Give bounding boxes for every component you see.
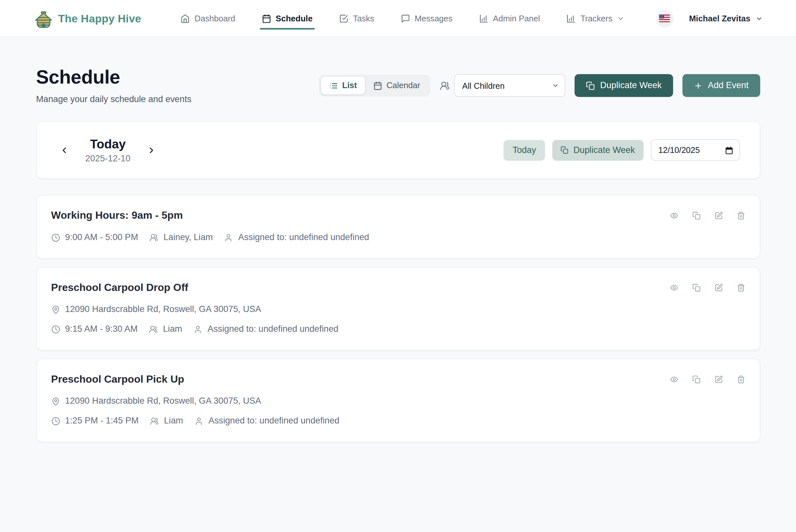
event-card: Preschool Carpool Drop Off 12090 Hardscr… (36, 267, 760, 350)
duplicate-week-button[interactable]: Duplicate Week (575, 74, 673, 97)
user-menu[interactable]: Michael Zevitas (689, 14, 763, 23)
event-details-row: 1:25 PM - 1:45 PM Liam Assigned to: unde… (51, 416, 745, 426)
chevron-left-icon (59, 146, 69, 155)
event-location-text: 12090 Hardscrabble Rd, Roswell, GA 30075… (65, 396, 261, 406)
event-assigned-text: Assigned to: undefined undefined (208, 416, 339, 426)
brand-logo[interactable]: The Happy Hive (33, 8, 141, 29)
event-assigned: Assigned to: undefined undefined (193, 324, 338, 334)
date-input[interactable]: 12/10/2025 (650, 139, 740, 161)
child-filter-group: All Children (440, 74, 565, 97)
event-time: 9:15 AM - 9:30 AM (51, 324, 138, 334)
copy-icon (586, 81, 595, 90)
event-details-row: 9:15 AM - 9:30 AM Liam Assigned to: unde… (51, 324, 745, 334)
beehive-icon (33, 8, 54, 29)
language-flag-button[interactable] (656, 10, 674, 27)
main-content: Schedule Manage your daily schedule and … (36, 37, 760, 463)
user-name: Michael Zevitas (689, 14, 750, 23)
map-pin-icon (51, 397, 60, 406)
event-actions (669, 283, 745, 291)
calendar-icon (262, 14, 271, 23)
event-children-text: Liam (163, 324, 182, 334)
view-event-button[interactable] (669, 211, 678, 220)
event-assigned-text: Assigned to: undefined undefined (207, 324, 338, 334)
event-title: Preschool Carpool Drop Off (51, 282, 188, 293)
edit-event-button[interactable] (714, 375, 723, 384)
eye-icon (669, 283, 678, 291)
duplicate-week-secondary-label: Duplicate Week (573, 145, 635, 155)
list-view-button[interactable]: List (321, 77, 365, 94)
nav-label: Messages (415, 14, 452, 23)
duplicate-week-label: Duplicate Week (600, 80, 662, 91)
view-event-button[interactable] (669, 375, 678, 384)
event-children-text: Lainey, Liam (163, 232, 213, 243)
nav-item-schedule[interactable]: Schedule (261, 11, 314, 26)
next-day-button[interactable] (144, 142, 159, 158)
user-icon (193, 325, 202, 334)
view-event-button[interactable] (669, 283, 678, 291)
nav-item-dashboard[interactable]: Dashboard (179, 11, 236, 26)
event-children-text: Liam (164, 416, 183, 426)
users-icon (440, 81, 450, 90)
trash-icon (737, 211, 745, 220)
event-children: Liam (150, 416, 183, 426)
edit-icon (714, 211, 723, 220)
child-filter-select[interactable]: All Children (454, 74, 565, 97)
calendar-view-button[interactable]: Calendar (365, 77, 429, 94)
calendar-view-label: Calendar (387, 81, 420, 90)
nav-item-messages[interactable]: Messages (400, 11, 453, 26)
map-pin-icon (51, 305, 60, 314)
previous-day-button[interactable] (56, 142, 72, 158)
event-location-row: 12090 Hardscrabble Rd, Roswell, GA 30075… (51, 304, 745, 315)
chevron-down-icon (617, 15, 624, 22)
page-subtitle: Manage your daily schedule and events (36, 94, 191, 104)
main-nav: Dashboard Schedule Tasks Messages Admin … (179, 11, 625, 26)
event-location: 12090 Hardscrabble Rd, Roswell, GA 30075… (51, 396, 261, 406)
event-location-row: 12090 Hardscrabble Rd, Roswell, GA 30075… (51, 396, 745, 406)
plus-icon (694, 81, 703, 90)
delete-event-button[interactable] (737, 211, 745, 220)
add-event-button[interactable]: Add Event (683, 74, 760, 97)
event-card: Preschool Carpool Pick Up 12090 Hardscra… (36, 359, 760, 442)
nav-item-tasks[interactable]: Tasks (338, 11, 375, 26)
date-value: 2025-12-10 (85, 153, 130, 164)
brand-name: The Happy Hive (58, 12, 141, 25)
current-date-block: Today 2025-12-10 (85, 137, 130, 164)
edit-icon (714, 283, 723, 291)
user-icon (194, 417, 203, 425)
copy-icon (561, 146, 568, 154)
nav-item-admin-panel[interactable]: Admin Panel (478, 11, 541, 26)
today-button-label: Today (512, 145, 536, 155)
edit-event-button[interactable] (714, 283, 723, 291)
duplicate-event-button[interactable] (692, 211, 700, 220)
message-square-icon (401, 14, 410, 23)
duplicate-event-button[interactable] (692, 375, 700, 384)
trash-icon (737, 283, 745, 291)
duplicate-week-secondary-button[interactable]: Duplicate Week (552, 140, 643, 160)
view-toggle: List Calendar (319, 75, 431, 96)
edit-event-button[interactable] (714, 211, 723, 220)
check-square-icon (339, 14, 348, 23)
date-input-value: 12/10/2025 (658, 146, 700, 155)
clock-icon (51, 233, 60, 242)
event-assigned: Assigned to: undefined undefined (224, 232, 369, 243)
delete-event-button[interactable] (737, 375, 745, 384)
nav-item-trackers[interactable]: Trackers (566, 11, 626, 26)
event-children: Lainey, Liam (149, 232, 213, 243)
delete-event-button[interactable] (737, 283, 745, 291)
event-time-text: 1:25 PM - 1:45 PM (65, 416, 139, 426)
home-icon (181, 14, 190, 23)
list-view-label: List (342, 81, 357, 90)
bar-chart-icon (479, 14, 489, 23)
event-actions (669, 375, 745, 384)
event-list: Working Hours: 9am - 5pm 9:00 AM - 5:00 … (36, 195, 760, 463)
duplicate-event-button[interactable] (692, 283, 700, 291)
clock-icon (51, 417, 60, 425)
calendar-picker-icon[interactable] (725, 146, 733, 154)
add-event-label: Add Event (708, 80, 749, 91)
date-navigation-card: Today 2025-12-10 Today Duplicate Week 12… (36, 121, 760, 179)
event-card: Working Hours: 9am - 5pm 9:00 AM - 5:00 … (36, 195, 760, 259)
today-button[interactable]: Today (504, 140, 545, 160)
date-heading: Today (85, 137, 130, 151)
event-assigned-text: Assigned to: undefined undefined (238, 232, 369, 243)
nav-label: Trackers (581, 14, 612, 23)
